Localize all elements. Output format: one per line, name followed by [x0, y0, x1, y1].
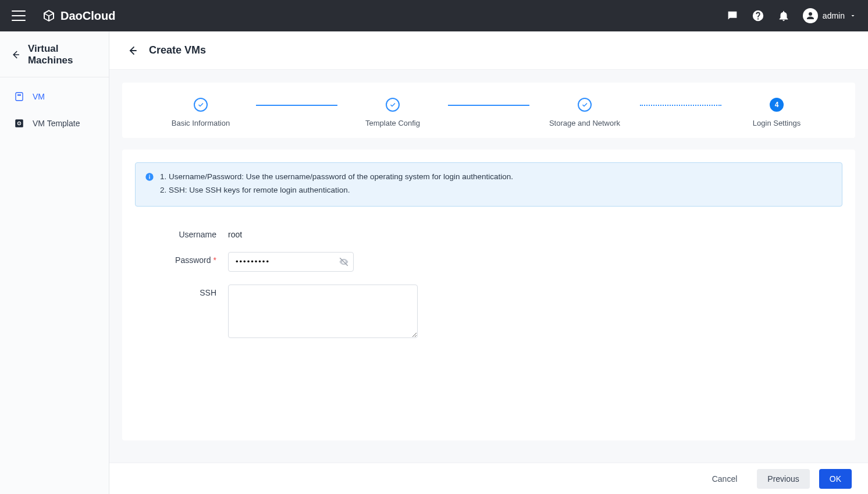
- check-icon: [581, 101, 588, 108]
- user-menu[interactable]: admin: [803, 8, 856, 23]
- step-basic-information[interactable]: Basic Information: [145, 98, 256, 127]
- info-icon: [145, 172, 154, 182]
- username-value: root: [228, 226, 242, 239]
- svg-rect-6: [149, 176, 150, 179]
- step-connector: [448, 105, 529, 106]
- ok-button[interactable]: OK: [819, 469, 852, 489]
- password-input[interactable]: [228, 252, 354, 272]
- main: Create VMs Basic Information Template Co…: [109, 31, 868, 494]
- previous-button[interactable]: Previous: [757, 469, 809, 489]
- form-card: 1. Username/Password: Use the username/p…: [122, 150, 855, 440]
- svg-rect-1: [17, 94, 21, 95]
- check-icon: [197, 101, 204, 108]
- row-ssh: SSH: [135, 285, 842, 338]
- row-username: Username root: [135, 226, 842, 239]
- svg-point-7: [149, 175, 150, 176]
- step-storage-network[interactable]: Storage and Network: [529, 98, 640, 127]
- module-header: Virtual Machines: [0, 43, 109, 77]
- steps-card: Basic Information Template Config Storag…: [122, 83, 855, 138]
- messages-icon[interactable]: [726, 9, 739, 22]
- svg-rect-0: [16, 93, 23, 101]
- vm-icon: [14, 91, 24, 102]
- step-label: Template Config: [365, 119, 420, 127]
- page-header: Create VMs: [109, 31, 868, 70]
- sidebar-item-label: VM Template: [33, 119, 80, 128]
- alert-line: 2. SSH: Use SSH keys for remote login au…: [160, 184, 513, 197]
- step-label: Storage and Network: [549, 119, 620, 127]
- avatar-icon: [803, 8, 818, 23]
- svg-point-4: [19, 123, 20, 124]
- user-name: admin: [823, 11, 845, 20]
- step-label: Basic Information: [172, 119, 230, 127]
- cancel-button[interactable]: Cancel: [702, 469, 748, 489]
- step-number: 4: [770, 98, 784, 112]
- template-icon: [14, 118, 24, 129]
- eye-off-icon[interactable]: [339, 257, 349, 267]
- ssh-label: SSH: [135, 285, 228, 297]
- bell-icon[interactable]: [777, 9, 790, 22]
- password-label: Password: [175, 255, 211, 265]
- sidebar-item-label: VM: [33, 92, 45, 101]
- sidebar: Virtual Machines VM VM Template: [0, 31, 109, 494]
- step-login-settings[interactable]: 4 Login Settings: [721, 98, 832, 127]
- page-title: Create VMs: [149, 44, 206, 56]
- sidebar-item-vm[interactable]: VM: [0, 83, 109, 110]
- row-password: Password*: [135, 252, 842, 272]
- module-title: Virtual Machines: [28, 43, 98, 66]
- back-icon[interactable]: [10, 49, 21, 61]
- help-icon[interactable]: [752, 9, 764, 22]
- chevron-down-icon: [849, 12, 856, 19]
- sidebar-item-vm-template[interactable]: VM Template: [0, 110, 109, 137]
- step-connector: [256, 105, 337, 106]
- check-icon: [389, 101, 396, 108]
- brand-logo[interactable]: DaoCloud: [42, 9, 115, 23]
- step-template-config[interactable]: Template Config: [337, 98, 448, 127]
- brand-name: DaoCloud: [61, 9, 115, 23]
- info-alert: 1. Username/Password: Use the username/p…: [135, 162, 842, 207]
- username-label: Username: [135, 226, 228, 239]
- page-back-icon[interactable]: [127, 45, 138, 56]
- ssh-input[interactable]: [228, 285, 418, 338]
- top-header: DaoCloud admin: [0, 0, 868, 31]
- required-star: *: [214, 255, 216, 265]
- step-label: Login Settings: [753, 119, 801, 127]
- cube-icon: [42, 9, 56, 23]
- alert-line: 1. Username/Password: Use the username/p…: [160, 171, 513, 183]
- step-connector: [640, 105, 721, 106]
- menu-toggle[interactable]: [12, 10, 26, 21]
- footer: Cancel Previous OK: [109, 463, 868, 494]
